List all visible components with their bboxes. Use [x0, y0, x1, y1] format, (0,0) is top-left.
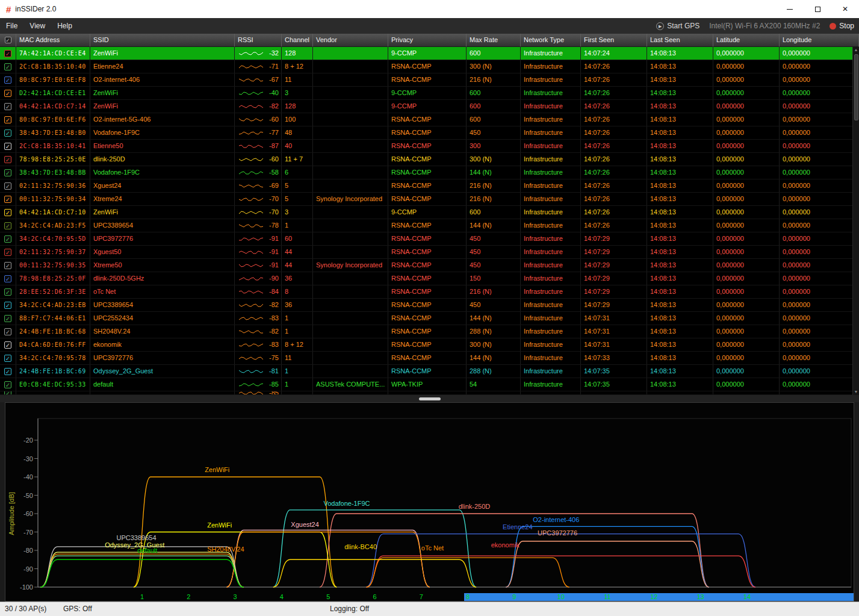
row-checkbox[interactable]: ✓ [0, 299, 16, 311]
longitude: 0,000000 [780, 87, 859, 99]
row-checkbox[interactable]: ✓ [0, 113, 16, 126]
menu-help[interactable]: Help [51, 18, 78, 34]
last-seen: 14:08:13 [647, 193, 713, 205]
row-checkbox[interactable]: ✓ [0, 73, 16, 86]
row-checkbox[interactable]: ✓ [0, 391, 16, 394]
table-row[interactable]: ✓34:2C:C4:AD:23:F5UPC3389654-781RSNA-CCM… [0, 219, 859, 232]
row-checkbox[interactable]: ✓ [0, 338, 16, 351]
col-longitude[interactable]: Longitude [780, 34, 859, 47]
checkbox-icon: ✓ [4, 156, 11, 163]
col-ssid[interactable]: SSID [90, 34, 235, 47]
table-row[interactable]: ✓34:2C:C4:70:95:5DUPC3972776-9160RSNA-CC… [0, 232, 859, 246]
table-row[interactable]: ✓34:2C:C4:70:95:78UPC3972776-7511RSNA-CC… [0, 352, 859, 365]
vendor: ASUSTek COMPUTE... [313, 378, 388, 391]
table-row[interactable]: ✓2C:C8:1B:35:10:40Etienne24-718 + 12RSNA… [0, 60, 859, 73]
chart-horizontal-scrollbar[interactable] [464, 593, 854, 601]
table-row[interactable]: ✓78:98:E8:25:25:0Edlink-250D-6011 + 7RSN… [0, 153, 859, 166]
table-row[interactable]: ✓D2:42:1A:CD:CE:E1ZenWiFi-4039-CCMP600In… [0, 87, 859, 100]
menu-file[interactable]: File [0, 18, 23, 34]
table-row[interactable]: ✓24:4B:FE:1B:BC:68SH2048V.24-821RSNA-CCM… [0, 325, 859, 338]
col-latitude[interactable]: Latitude [713, 34, 780, 47]
last-seen: 14:08:13 [647, 246, 713, 258]
table-row[interactable]: ✓2C:C8:1B:35:10:41Etienne50-8740RSNA-CCM… [0, 140, 859, 153]
scroll-down-icon[interactable]: ▼ [854, 389, 858, 395]
row-checkbox[interactable]: ✓ [0, 206, 16, 219]
menu-view[interactable]: View [23, 18, 51, 34]
table-row[interactable]: ✓34:2C:C4:AD:23:EBUPC3389654-8236RSNA-CC… [0, 299, 859, 312]
network-type: Infrastructure [521, 113, 581, 126]
row-checkbox[interactable]: ✓ [0, 312, 16, 325]
table-row[interactable]: ✓02:11:32:75:90:36Xguest24-695RSNA-CCMP2… [0, 179, 859, 193]
table-row[interactable]: ✓88:F7:C7:44:06:E1UPC2552434-831RSNA-CCM… [0, 312, 859, 325]
row-checkbox[interactable]: ✓ [0, 140, 16, 152]
table-row[interactable]: ✓78:98:E8:25:24:0Edlink-BC40-856RSNA-CCM… [0, 391, 859, 395]
col-max-rate[interactable]: Max Rate [467, 34, 521, 47]
y-tick-label: -40 [23, 473, 33, 481]
table-row[interactable]: ✓28:EE:52:D6:3F:3EoTc Net-848RSNA-CCMP21… [0, 285, 859, 299]
col-mac-address[interactable]: MAC Address [16, 34, 90, 47]
select-all-checkbox[interactable]: ✓ [0, 34, 16, 47]
first-seen: 14:07:29 [581, 299, 647, 311]
table-row[interactable]: ✓78:98:E8:25:25:0Fdlink-250D-5GHz-9036RS… [0, 272, 859, 285]
privacy: RSNA-CCMP [388, 299, 467, 311]
row-checkbox[interactable]: ✓ [0, 352, 16, 364]
row-checkbox[interactable]: ✓ [0, 193, 16, 205]
row-checkbox[interactable]: ✓ [0, 232, 16, 245]
col-first-seen[interactable]: First Seen [581, 34, 647, 47]
table-scrollbar[interactable]: ▲ ▼ [852, 47, 859, 395]
row-checkbox[interactable]: ✓ [0, 47, 16, 60]
rssi-value: -83 [269, 338, 279, 351]
splitter-handle[interactable] [0, 395, 859, 402]
start-gps-button[interactable]: ▶ Start GPS [656, 22, 699, 30]
row-checkbox[interactable]: ✓ [0, 153, 16, 166]
table-row[interactable]: ✓D4:CA:6D:E0:76:FFekonomik-838 + 12RSNA-… [0, 338, 859, 352]
close-button[interactable]: ✕ [831, 0, 859, 18]
col-vendor[interactable]: Vendor [313, 34, 388, 47]
col-privacy[interactable]: Privacy [388, 34, 467, 47]
checkbox-icon: ✓ [4, 76, 11, 84]
privacy: RSNA-CCMP [388, 113, 467, 126]
last-seen: 14:08:13 [647, 338, 713, 351]
table-row[interactable]: ✓7A:42:1A:CD:CE:E4ZenWiFi-321289-CCMP600… [0, 47, 859, 60]
scroll-up-icon[interactable]: ▲ [854, 47, 858, 53]
row-checkbox[interactable]: ✓ [0, 87, 16, 99]
row-checkbox[interactable]: ✓ [0, 365, 16, 378]
ssid: UPC3972776 [90, 352, 235, 364]
row-checkbox[interactable]: ✓ [0, 378, 16, 391]
row-checkbox[interactable]: ✓ [0, 60, 16, 73]
col-rssi[interactable]: RSSI [235, 34, 282, 47]
table-row[interactable]: ✓00:11:32:75:90:34Xtreme24-705Synology I… [0, 193, 859, 206]
table-row[interactable]: ✓24:4B:FE:1B:BC:69Odyssey_2G_Guest-811RS… [0, 365, 859, 378]
ssid: ZenWiFi [90, 100, 235, 113]
checkbox-icon: ✓ [4, 391, 11, 394]
scrollbar-thumb[interactable] [854, 54, 858, 120]
row-checkbox[interactable]: ✓ [0, 179, 16, 192]
row-checkbox[interactable]: ✓ [0, 166, 16, 179]
stop-button[interactable]: Stop [830, 22, 854, 30]
table-row[interactable]: ✓38:43:7D:E3:48:BBVodafone-1F9C-586RSNA-… [0, 166, 859, 179]
table-row[interactable]: ✓80:8C:97:E0:6E:F6O2-internet-5G-406-601… [0, 113, 859, 126]
col-channel[interactable]: Channel [282, 34, 313, 47]
network-type: Infrastructure [521, 312, 581, 325]
row-checkbox[interactable]: ✓ [0, 285, 16, 298]
table-row[interactable]: ✓04:42:1A:CD:C7:10ZenWiFi-7039-CCMP600In… [0, 206, 859, 219]
row-checkbox[interactable]: ✓ [0, 219, 16, 232]
row-checkbox[interactable]: ✓ [0, 100, 16, 113]
network-curve [506, 526, 709, 587]
row-checkbox[interactable]: ✓ [0, 259, 16, 272]
maximize-button[interactable] [804, 0, 831, 18]
table-row[interactable]: ✓00:11:32:75:90:35Xtreme50-9144Synology … [0, 259, 859, 272]
col-last-seen[interactable]: Last Seen [647, 34, 713, 47]
table-row[interactable]: ✓80:8C:97:E0:6E:F8O2-internet-406-6711RS… [0, 73, 859, 87]
row-checkbox[interactable]: ✓ [0, 126, 16, 139]
table-row[interactable]: ✓E0:CB:4E:DC:95:33default-851ASUSTek COM… [0, 378, 859, 391]
row-checkbox[interactable]: ✓ [0, 246, 16, 258]
table-row[interactable]: ✓04:42:1A:CD:C7:14ZenWiFi-821289-CCMP600… [0, 100, 859, 113]
minimize-button[interactable] [776, 0, 804, 18]
col-network-type[interactable]: Network Type [521, 34, 581, 47]
row-checkbox[interactable]: ✓ [0, 325, 16, 338]
table-row[interactable]: ✓02:11:32:75:90:37Xguest50-9144RSNA-CCMP… [0, 246, 859, 259]
longitude: 0,000000 [780, 285, 859, 298]
row-checkbox[interactable]: ✓ [0, 272, 16, 285]
table-row[interactable]: ✓38:43:7D:E3:48:B0Vodafone-1F9C-7748RSNA… [0, 126, 859, 140]
